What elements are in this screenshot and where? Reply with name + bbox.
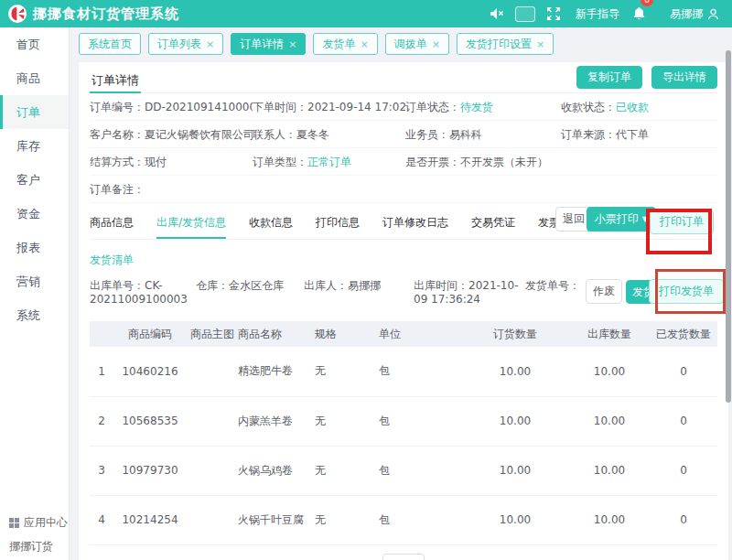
main-content: 系统首页 订单列表× 订单详情× 发货单× 调拨单× 发货打印设置× 订单详情 … [70,27,732,560]
tab-transfer-note[interactable]: 调拨单× [385,33,449,55]
detail-tab-transaction-voucher[interactable]: 交易凭证 [471,206,515,239]
order-time-value: 2021-09-14 17:02:44 [307,101,405,113]
goods-name: 火锅乌鸡卷 [238,446,315,495]
col-goods-code: 商品编码 [113,321,187,347]
detail-tab-payment-info[interactable]: 收款信息 [249,206,293,239]
goods-name: 火锅千叶豆腐 [238,495,315,544]
order-field-row: 结算方式：现付 订单类型：正常订单 是否开票：不开发票（未开） [90,148,717,176]
tab-ship-print-settings[interactable]: 发货打印设置× [457,33,554,55]
order-status-value: 待发货 [460,101,493,113]
export-detail-button[interactable]: 导出详情 [651,66,717,89]
customer-value: 夏记火锅餐饮有限公司 [145,128,253,141]
user-menu[interactable]: 易挪挪 [670,6,719,22]
col-shipped-qty: 已发货数量 [650,321,717,347]
tab-system-home[interactable]: 系统首页 [79,33,141,55]
goods-table: 商品编码 商品主图 商品名称 规格 单位 订货数量 出库数量 已发货数量 1 1… [90,321,717,545]
sidebar-item-system[interactable]: 系统 [0,298,69,332]
outbound-person-label: 出库人： [304,279,348,292]
table-row: 2 10568535 内蒙羔羊卷 无 包 10.00 10.00 0 [90,396,717,446]
col-goods-name: 商品名称 [238,321,315,347]
card-title-row: 订单详情 复制订单 导出详情 [90,62,717,93]
sidebar-item-reports[interactable]: 报表 [0,231,69,264]
sidebar-bottom: 应用中心 挪挪订货 [0,509,69,560]
outbound-person-value: 易挪挪 [348,279,381,292]
detail-tab-print-info[interactable]: 打印信息 [316,206,360,239]
void-button[interactable]: 作废 [586,279,622,304]
noonoo-order-label: 挪挪订货 [0,536,69,560]
detail-tab-goods-info[interactable]: 商品信息 [90,206,134,239]
goods-code: 10460216 [113,347,187,396]
sidebar-item-home[interactable]: 首页 [0,27,69,61]
app-center-link[interactable]: 应用中心 [0,509,69,536]
outbound-no-label: 出库单号： [90,279,145,292]
col-outbound-qty: 出库数量 [569,321,650,347]
app-header: 挪挪食材订货管理系统 新手指导 0 易挪挪 [0,0,732,27]
page-title: 订单详情 [90,62,141,93]
screenshot-icon[interactable] [515,0,535,27]
salesman-value: 易科科 [449,128,482,141]
sidebar-item-funds[interactable]: 资金 [0,197,69,231]
page-tab-bar: 系统首页 订单列表× 订单详情× 发货单× 调拨单× 发货打印设置× [70,27,732,55]
close-icon[interactable]: × [288,38,296,50]
user-icon [707,8,719,20]
sidebar-item-orders[interactable]: 订单 [0,95,69,129]
goods-code: 10214254 [113,495,187,544]
payment-status-label: 收款状态： [561,101,616,113]
warehouse-label: 仓库： [196,279,229,292]
order-remark-row: 订单备注： [90,176,717,203]
notification-bell[interactable]: 0 [632,0,646,27]
close-icon[interactable]: × [536,38,544,50]
vertical-scrollbar[interactable] [726,50,731,403]
detail-tab-shipping-info[interactable]: 出库/发货信息 [156,206,226,239]
tab-shipping-note[interactable]: 发货单× [313,33,377,55]
invoice-value: 不开发票（未开） [460,156,548,168]
tab-order-list[interactable]: 订单列表× [148,33,223,55]
invoice-label: 是否开票： [405,156,460,168]
close-icon[interactable]: × [206,38,214,50]
customer-label: 客户名称： [90,128,145,141]
order-field-row: 订单编号：DD-20210914100008 下单时间：2021-09-14 1… [90,93,717,121]
order-detail-card: 订单详情 复制订单 导出详情 订单编号：DD-20210914100008 下单… [79,62,728,560]
user-name: 易挪挪 [670,6,703,22]
fullscreen-icon[interactable] [546,0,561,27]
bell-icon [632,6,646,21]
detail-tab-modify-log[interactable]: 订单修改日志 [382,206,448,239]
back-button[interactable]: 返回 [382,554,425,560]
app-center-label: 应用中心 [24,515,68,531]
chevron-down-icon: ▼ [642,215,648,223]
col-goods-image: 商品主图 [187,321,238,347]
copy-order-button[interactable]: 复制订单 [576,66,642,89]
beginner-guide-link[interactable]: 新手指导 [576,6,619,22]
close-icon[interactable]: × [360,38,368,50]
contact-label: 联系人： [253,128,296,141]
goods-name: 精选肥牛卷 [238,347,315,396]
header-actions: 新手指导 0 易挪挪 [490,0,732,27]
col-spec: 规格 [315,321,379,347]
goods-table-header: 商品编码 商品主图 商品名称 规格 单位 订货数量 出库数量 已发货数量 [90,321,717,347]
settlement-value: 现付 [145,156,167,168]
volume-muted-icon[interactable] [490,0,504,27]
order-time-label: 下单时间： [253,101,307,113]
print-ship-note-button[interactable]: 打印发货单 [649,279,724,304]
order-status-label: 订单状态： [405,101,460,113]
order-field-row: 客户名称：夏记火锅餐饮有限公司 联系人：夏冬冬 业务员：易科科 订单来源：代下单 [90,121,717,148]
app-title: 挪挪食材订货管理系统 [33,5,179,23]
goods-code: 10568535 [113,396,187,446]
ticket-print-button[interactable]: 小票打印▼ [587,207,656,232]
print-order-button[interactable]: 打印订单 [650,210,714,234]
sidebar-item-marketing[interactable]: 营销 [0,264,69,298]
order-type-label: 订单类型： [253,156,307,168]
sidebar-item-inventory[interactable]: 库存 [0,129,69,163]
close-icon[interactable]: × [432,38,440,50]
order-source-value: 代下单 [616,128,649,141]
warehouse-value: 金水区仓库 [229,279,284,292]
tab-order-detail[interactable]: 订单详情× [231,33,306,55]
goods-name: 内蒙羔羊卷 [238,396,315,446]
order-no-label: 订单编号： [90,101,145,113]
notification-badge: 0 [640,0,653,6]
sidebar-item-goods[interactable]: 商品 [0,61,69,95]
table-row: 4 10214254 火锅千叶豆腐 无 包 10.00 10.00 0 [90,495,717,544]
sidebar-item-customers[interactable]: 客户 [0,163,69,197]
col-unit: 单位 [379,321,461,347]
order-remark-label: 订单备注： [90,183,145,196]
